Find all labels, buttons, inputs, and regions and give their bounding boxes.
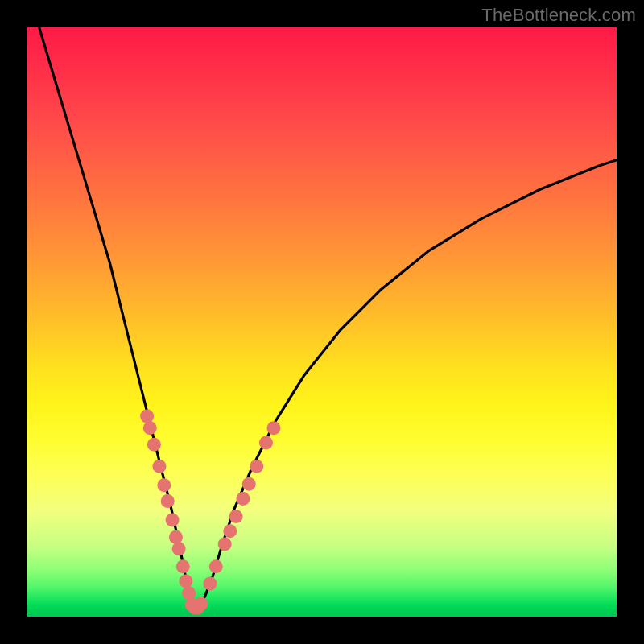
- data-point: [169, 530, 183, 544]
- data-point: [157, 478, 171, 492]
- dots-layer: [140, 410, 280, 615]
- data-point: [218, 537, 232, 551]
- data-point: [236, 492, 250, 506]
- data-point: [143, 421, 157, 435]
- data-point: [172, 542, 186, 555]
- data-point: [152, 460, 166, 473]
- data-point: [179, 575, 192, 588]
- data-point: [266, 421, 280, 435]
- data-point: [182, 586, 196, 600]
- data-point: [161, 494, 175, 508]
- bottleneck-curve: [39, 27, 617, 609]
- data-point: [229, 510, 243, 523]
- curve-layer: [39, 27, 617, 609]
- data-point: [223, 524, 237, 538]
- data-point: [147, 438, 161, 452]
- chart-frame: TheBottleneck.com: [0, 0, 644, 644]
- watermark-text: TheBottleneck.com: [481, 5, 636, 26]
- data-point: [166, 513, 180, 526]
- data-point: [209, 559, 223, 573]
- data-point: [242, 477, 256, 491]
- data-point: [140, 410, 154, 423]
- plot-area: [27, 27, 617, 617]
- data-point: [176, 559, 190, 573]
- chart-svg: [27, 27, 617, 617]
- data-point: [194, 597, 208, 610]
- data-point: [203, 577, 217, 591]
- data-point: [259, 436, 273, 450]
- data-point: [250, 460, 263, 473]
